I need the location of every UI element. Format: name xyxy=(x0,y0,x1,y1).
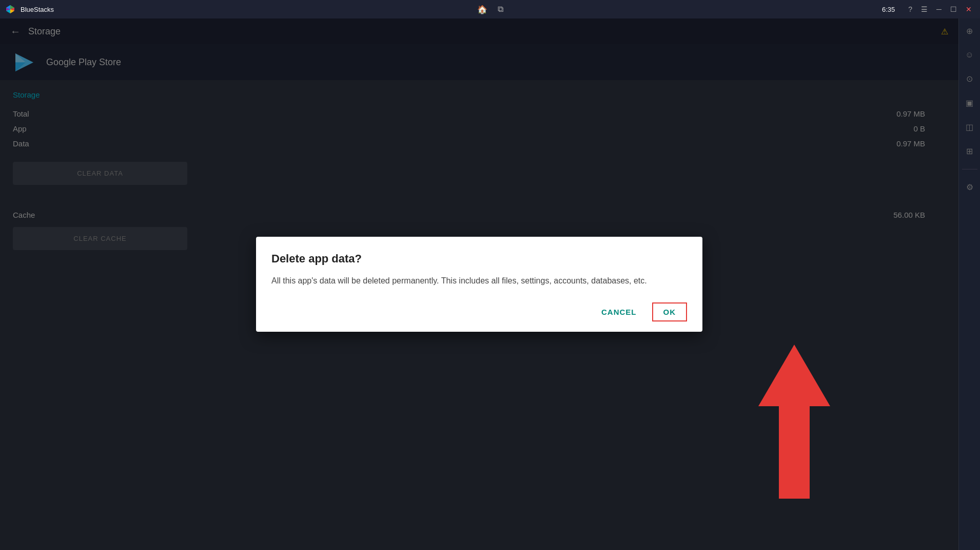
dialog-title: Delete app data? xyxy=(271,252,687,265)
help-button[interactable]: ? xyxy=(905,4,915,14)
dialog-overlay: Delete app data? All this app's data wil… xyxy=(0,18,958,550)
sidebar-divider xyxy=(962,169,977,169)
bluestacks-logo-icon xyxy=(5,4,15,14)
svg-marker-11 xyxy=(758,345,830,499)
layers-nav-icon[interactable]: ⧉ xyxy=(498,5,503,14)
dialog-buttons: CANCEL OK xyxy=(271,302,687,321)
cancel-button[interactable]: CANCEL xyxy=(594,304,644,320)
sidebar-settings-icon[interactable]: ⚙ xyxy=(964,180,976,195)
sidebar-icon-3[interactable]: ⊙ xyxy=(964,71,975,86)
delete-dialog: Delete app data? All this app's data wil… xyxy=(256,237,702,332)
sidebar-icon-2[interactable]: ☺ xyxy=(963,48,976,62)
minimize-button[interactable]: ─ xyxy=(933,4,945,14)
sidebar-icon-1[interactable]: ⊕ xyxy=(964,24,975,39)
sidebar-icon-4[interactable]: ▣ xyxy=(963,96,976,110)
titlebar-time: 6:35 xyxy=(882,6,895,13)
app-title: BlueStacks xyxy=(21,6,877,13)
red-arrow-annotation xyxy=(748,345,840,499)
right-sidebar: ⊕ ☺ ⊙ ▣ ◫ ⊞ ⚙ xyxy=(958,18,980,550)
titlebar-controls: 6:35 ? ☰ ─ ☐ ✕ xyxy=(882,4,975,14)
titlebar-nav: 🏠 ⧉ xyxy=(477,5,503,14)
close-button[interactable]: ✕ xyxy=(963,4,975,14)
titlebar: BlueStacks 🏠 ⧉ 6:35 ? ☰ ─ ☐ ✕ xyxy=(0,0,980,18)
menu-button[interactable]: ☰ xyxy=(918,4,931,14)
ok-button[interactable]: OK xyxy=(652,302,688,321)
home-nav-icon[interactable]: 🏠 xyxy=(477,5,487,14)
maximize-button[interactable]: ☐ xyxy=(947,4,960,14)
android-area: ← Storage ⚠ Google Play Store Storage To… xyxy=(0,18,958,550)
dialog-message: All this app's data will be deleted perm… xyxy=(271,275,687,287)
main-area: ← Storage ⚠ Google Play Store Storage To… xyxy=(0,18,980,550)
sidebar-icon-6[interactable]: ⊞ xyxy=(964,144,975,159)
sidebar-icon-5[interactable]: ◫ xyxy=(963,120,976,135)
